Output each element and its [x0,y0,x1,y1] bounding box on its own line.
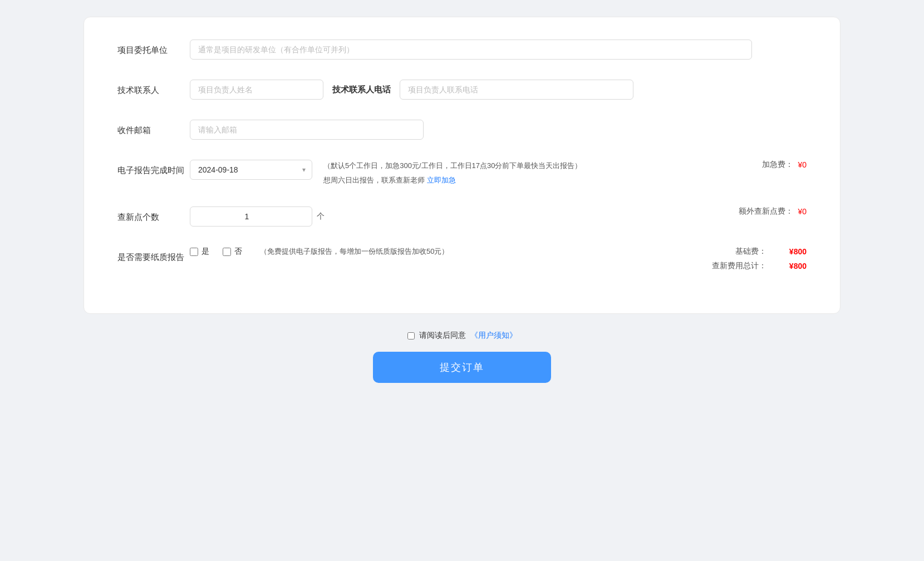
client-row: 项目委托单位 [117,40,807,60]
report-time-label: 电子报告完成时间 [117,160,190,176]
report-time-hint2-row: 想周六日出报告，联系查新老师 立即加急 [323,174,582,186]
submit-button[interactable]: 提交订单 [373,352,551,383]
report-time-row: 电子报告完成时间 2024-09-18 ▾ （默认5个工作日，加急300元/工作… [117,160,807,186]
email-label: 收件邮箱 [117,120,190,136]
email-row: 收件邮箱 [117,120,807,140]
paper-label: 是否需要纸质报告 [117,247,190,263]
report-time-select-wrapper: 2024-09-18 ▾ [190,160,312,180]
contact-row: 技术联系人 技术联系人电话 [117,80,807,100]
base-fee-row: 基础费： ¥800 [735,247,807,257]
points-input[interactable] [190,206,312,227]
extra-fee-block: 额外查新点费： ¥0 [739,206,807,216]
total-fee-row: 查新费用总计： ¥800 [712,261,807,271]
paper-yes-label[interactable]: 是 [190,247,209,257]
report-time-hint1: （默认5个工作日，加急300元/工作日，工作日17点30分前下单最快当天出报告） [323,160,582,172]
extra-fee-label: 额外查新点费： [739,206,793,216]
points-content: 个 [190,206,325,227]
agree-checkbox[interactable] [407,332,415,339]
paper-content: 是 否 （免费提供电子版报告，每增加一份纸质版报告加收50元） [190,247,712,257]
contact-label: 技术联系人 [117,80,190,96]
client-label: 项目委托单位 [117,40,190,56]
rush-link[interactable]: 立即加急 [427,176,456,184]
client-input[interactable] [190,40,752,60]
points-row: 查新点个数 个 额外查新点费： ¥0 [117,206,807,227]
paper-row: 是否需要纸质报告 是 否 （免费提供电子版报告，每增加一份纸质版报告加收50元） [117,247,807,271]
form-card: 项目委托单位 技术联系人 技术联系人电话 收件邮箱 电子报告完成时间 [83,17,841,314]
agree-prefix: 请阅读后同意 [419,331,466,341]
paper-no-label[interactable]: 否 [223,247,242,257]
contact-phone-label: 技术联系人电话 [332,85,391,95]
paper-no-checkbox[interactable] [223,248,231,256]
fee-summary: 基础费： ¥800 查新费用总计： ¥800 [712,247,807,271]
paper-yes-text: 是 [201,247,209,257]
base-fee-label: 基础费： [735,247,766,257]
report-time-hint2: 想周六日出报告，联系查新老师 [323,176,425,184]
points-label: 查新点个数 [117,206,190,223]
page-wrapper: 项目委托单位 技术联系人 技术联系人电话 收件邮箱 电子报告完成时间 [83,17,841,383]
extra-fee-value: ¥0 [798,207,807,216]
bottom-section: 请阅读后同意 《用户须知》 提交订单 [83,331,841,383]
agree-link[interactable]: 《用户须知》 [470,331,517,341]
base-fee-value: ¥800 [773,247,807,256]
report-time-select[interactable]: 2024-09-18 [190,160,312,180]
contact-phone-input[interactable] [400,80,633,100]
client-content [190,40,807,60]
agree-row: 请阅读后同意 《用户须知》 [407,331,517,341]
total-fee-value: ¥800 [773,262,807,270]
paper-yes-checkbox[interactable] [190,248,198,256]
paper-hint: （免费提供电子版报告，每增加一份纸质版报告加收50元） [260,247,449,257]
rush-fee-value: ¥0 [798,160,807,169]
paper-no-text: 否 [234,247,242,257]
rush-fee-block: 加急费： ¥0 [762,160,807,170]
rush-fee-label: 加急费： [762,160,793,170]
contact-name-input[interactable] [190,80,323,100]
contact-content: 技术联系人电话 [190,80,807,100]
total-fee-label: 查新费用总计： [712,261,766,271]
paper-checkbox-group: 是 否 （免费提供电子版报告，每增加一份纸质版报告加收50元） [190,247,449,257]
report-time-hint-block: （默认5个工作日，加急300元/工作日，工作日17点30分前下单最快当天出报告）… [323,160,582,186]
email-content [190,120,807,140]
points-unit: 个 [317,211,325,222]
email-input[interactable] [190,120,424,140]
